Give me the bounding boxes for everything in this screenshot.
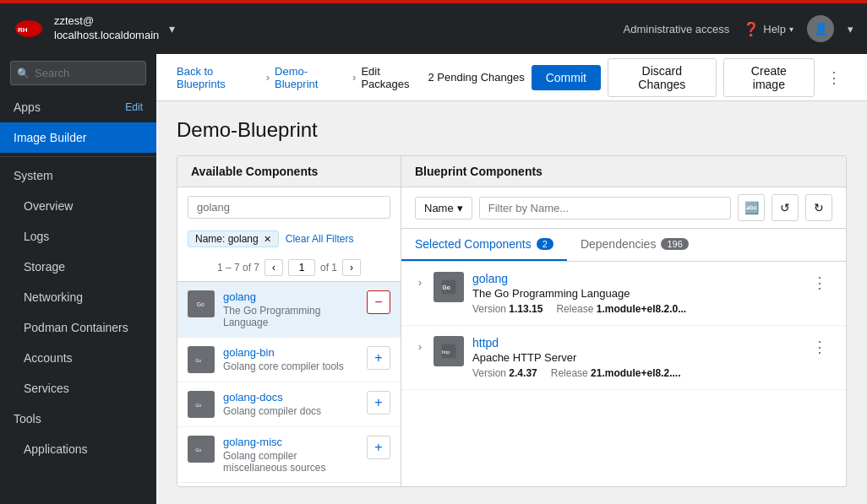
expand-row-button[interactable]: › xyxy=(415,339,425,355)
row-golang-icon: Go xyxy=(434,272,464,302)
selected-components-list: › Go golang The Go Programming Language … xyxy=(401,262,846,486)
row-golang-info: golang The Go Programming Language Versi… xyxy=(472,272,799,315)
sidebar-item-services[interactable]: Services xyxy=(0,373,156,404)
filter-by-name-input[interactable] xyxy=(479,197,731,219)
component-info-golang: golang The Go Programming Language xyxy=(223,290,358,328)
available-components-header: Available Components xyxy=(177,156,401,187)
component-name[interactable]: golang-misc xyxy=(223,436,358,448)
name-select-caret-icon: ▾ xyxy=(457,202,463,214)
sidebar-item-tools[interactable]: Tools xyxy=(0,404,156,434)
list-item: Go golang The Go Programming Language − xyxy=(177,282,401,338)
clear-all-filters-button[interactable]: Clear All Filters xyxy=(286,233,354,245)
row-component-meta: Version 1.13.15 Release 1.module+el8.2.0… xyxy=(472,303,799,315)
add-component-button[interactable]: + xyxy=(367,346,390,370)
remove-component-button[interactable]: − xyxy=(367,290,390,314)
create-image-button[interactable]: Create image xyxy=(723,58,815,97)
refresh-icon: ↻ xyxy=(814,201,824,214)
package-icon: http xyxy=(440,343,457,360)
svg-text:Go: Go xyxy=(195,447,201,453)
sidebar-item-applications[interactable]: Applications xyxy=(0,434,156,464)
dependencies-badge: 196 xyxy=(661,238,688,250)
user-info: zztest@ localhost.localdomain xyxy=(54,14,159,43)
component-name[interactable]: golang xyxy=(223,290,358,303)
list-item: Go golang-docs Golang compiler docs + xyxy=(177,382,401,427)
sidebar-item-image-builder[interactable]: Image Builder xyxy=(0,122,156,153)
sidebar-item-storage[interactable]: Storage xyxy=(0,252,156,282)
package-icon: Go xyxy=(194,296,209,312)
tab-dependencies[interactable]: Dependencies 196 xyxy=(567,229,702,261)
component-name[interactable]: golang-docs xyxy=(223,391,358,404)
main-layout: 🔍 Apps Edit Image Builder System Overvie… xyxy=(0,54,867,504)
search-input[interactable] xyxy=(10,61,146,85)
chip-close-button[interactable]: ✕ xyxy=(264,234,271,245)
pagination-prev-button[interactable]: ‹ xyxy=(264,259,283,276)
filter-chips-container: Name: golang ✕ Clear All Filters xyxy=(177,227,401,254)
version-label: Version 1.13.15 xyxy=(472,303,543,315)
top-navigation: RH zztest@ localhost.localdomain ▾ Admin… xyxy=(0,3,867,54)
row-component-meta: Version 2.4.37 Release 21.module+el8.2..… xyxy=(472,367,799,379)
sidebar-item-system[interactable]: System xyxy=(0,160,156,191)
subheader-actions: 2 Pending Changes Commit Discard Changes… xyxy=(428,58,847,97)
add-component-button[interactable]: + xyxy=(367,436,390,459)
component-icon-golang: Go xyxy=(188,290,215,317)
page-number-input[interactable] xyxy=(288,259,315,276)
component-desc: The Go Programming Language xyxy=(223,305,358,328)
sidebar-item-logs[interactable]: Logs xyxy=(0,221,156,252)
sidebar-item-accounts[interactable]: Accounts xyxy=(0,343,156,373)
refresh-button[interactable]: ↻ xyxy=(805,194,832,221)
row-component-name[interactable]: httpd xyxy=(472,336,799,350)
breadcrumb-blueprint[interactable]: Demo-Blueprint xyxy=(275,65,347,90)
release-label: Release 21.module+el8.2.... xyxy=(551,367,681,379)
discard-changes-button[interactable]: Discard Changes xyxy=(608,58,717,97)
tab-selected-components[interactable]: Selected Components 2 xyxy=(401,229,567,261)
reset-sort-button[interactable]: ↺ xyxy=(772,194,799,221)
apps-edit-label[interactable]: Edit xyxy=(125,101,143,113)
component-info-golang-misc: golang-misc Golang compiler miscellaneou… xyxy=(223,436,358,474)
add-component-button[interactable]: + xyxy=(367,391,390,415)
row-menu-button[interactable]: ⋮ xyxy=(807,336,832,358)
page-title: Demo-Blueprint xyxy=(177,118,847,142)
breadcrumb-sep2: › xyxy=(352,71,356,84)
component-icon-golang-bin: Go xyxy=(188,346,215,373)
component-search-input[interactable] xyxy=(188,196,390,219)
sidebar-item-overview[interactable]: Overview xyxy=(0,191,156,221)
breadcrumb-back[interactable]: Back to Blueprints xyxy=(177,65,261,90)
row-component-name[interactable]: golang xyxy=(472,272,799,285)
expand-row-button[interactable]: › xyxy=(415,275,425,290)
name-select-dropdown[interactable]: Name ▾ xyxy=(415,197,472,219)
list-item: Go golang-bin Golang core compiler tools… xyxy=(177,338,401,382)
package-icon: Go xyxy=(194,352,209,367)
commit-button[interactable]: Commit xyxy=(532,65,601,90)
sidebar-item-networking[interactable]: Networking xyxy=(0,282,156,312)
page-content: Demo-Blueprint Available Components Name… xyxy=(156,101,867,504)
row-component-desc: The Go Programming Language xyxy=(472,287,799,300)
list-item: Go golang-race + xyxy=(177,483,401,486)
sidebar-item-podman[interactable]: Podman Containers xyxy=(0,312,156,343)
component-list: Go golang The Go Programming Language − xyxy=(177,282,401,486)
subheader: Back to Blueprints › Demo-Blueprint › Ed… xyxy=(156,54,867,101)
available-components-panel: Available Components Name: golang ✕ Clea… xyxy=(177,156,401,486)
package-icon: Go xyxy=(194,397,209,412)
sort-az-button[interactable]: 🔤 xyxy=(738,194,765,221)
breadcrumb-current: Edit Packages xyxy=(361,65,428,90)
help-circle-icon: ❓ xyxy=(743,21,760,37)
more-options-button[interactable]: ⋮ xyxy=(821,65,847,90)
component-desc: Golang compiler docs xyxy=(223,405,358,417)
blueprint-toolbar: Name ▾ 🔤 ↺ ↻ xyxy=(401,187,846,229)
components-tabs: Selected Components 2 Dependencies 196 xyxy=(401,229,846,262)
svg-text:Go: Go xyxy=(195,358,201,363)
list-item: Go golang-misc Golang compiler miscellan… xyxy=(177,427,401,483)
help-menu[interactable]: ❓ Help ▾ xyxy=(743,21,793,37)
image-builder-label: Image Builder xyxy=(14,131,86,144)
sidebar-item-apps[interactable]: Apps Edit xyxy=(0,92,156,122)
component-name[interactable]: golang-bin xyxy=(223,346,358,359)
component-icon-golang-docs: Go xyxy=(188,391,215,418)
release-label: Release 1.module+el8.2.0... xyxy=(556,303,686,315)
package-icon: Go xyxy=(440,279,457,295)
pagination-next-button[interactable]: › xyxy=(342,259,361,276)
user-caret-icon[interactable]: ▾ xyxy=(169,22,175,35)
avatar-caret-icon[interactable]: ▾ xyxy=(848,23,853,35)
sort-az-icon: 🔤 xyxy=(744,201,759,214)
row-menu-button[interactable]: ⋮ xyxy=(807,272,832,294)
user-avatar[interactable]: 👤 xyxy=(807,15,834,42)
